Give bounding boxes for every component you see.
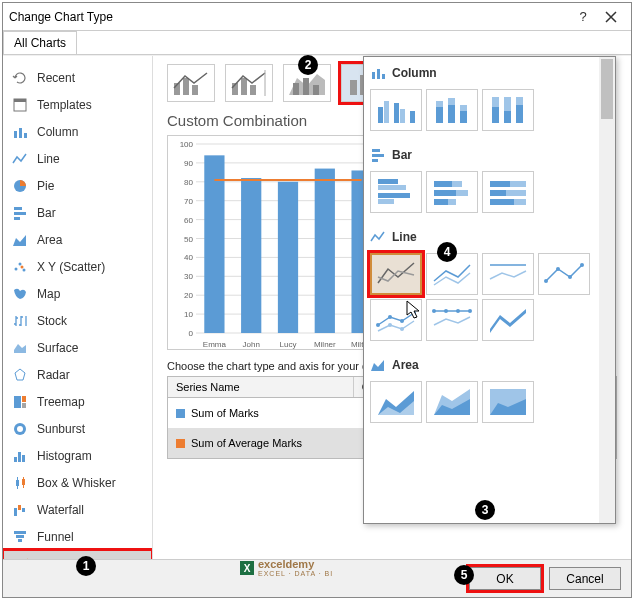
sidebar-item-sunburst[interactable]: Sunburst (3, 415, 152, 442)
histogram-icon (11, 447, 29, 465)
combo-subtype-1[interactable] (167, 64, 215, 102)
cursor-icon (406, 300, 422, 320)
sidebar-item-map[interactable]: Map (3, 280, 152, 307)
svg-point-11 (23, 268, 26, 271)
sidebar-item-label: Pie (37, 179, 54, 193)
svg-rect-8 (14, 217, 20, 220)
sidebar-item-area[interactable]: Area (3, 226, 152, 253)
svg-text:40: 40 (184, 253, 193, 262)
svg-rect-71 (315, 169, 335, 333)
chart-type-stacked-column[interactable] (426, 89, 478, 131)
svg-rect-21 (16, 480, 19, 486)
sidebar-item-line[interactable]: Line (3, 145, 152, 172)
annotation-5: 5 (454, 565, 474, 585)
sidebar-item-stock[interactable]: Stock (3, 307, 152, 334)
svg-text:10: 10 (184, 310, 193, 319)
svg-rect-36 (250, 85, 256, 95)
svg-rect-65 (204, 155, 224, 333)
scatter-icon (11, 258, 29, 276)
chart-type-line-markers[interactable] (538, 253, 590, 295)
svg-text:Milner: Milner (314, 340, 336, 349)
cancel-button[interactable]: Cancel (549, 567, 621, 590)
sidebar-item-label: Box & Whisker (37, 476, 116, 490)
svg-rect-100 (378, 193, 410, 198)
sidebar-item-box-whisker[interactable]: Box & Whisker (3, 469, 152, 496)
chart-type-stacked-bar[interactable] (426, 171, 478, 213)
svg-rect-83 (436, 107, 443, 123)
sidebar-item-histogram[interactable]: Histogram (3, 442, 152, 469)
sidebar-item-combo[interactable]: Combo (3, 550, 152, 559)
svg-rect-79 (384, 101, 389, 123)
dropdown-section-bar: Bar (364, 139, 615, 221)
section-title: Bar (370, 143, 615, 167)
sidebar-item-pie[interactable]: Pie (3, 172, 152, 199)
pie-icon (11, 177, 29, 195)
svg-rect-113 (514, 199, 526, 205)
svg-rect-38 (303, 78, 309, 95)
sidebar-item-surface[interactable]: Surface (3, 334, 152, 361)
svg-rect-102 (434, 181, 452, 187)
svg-rect-1 (14, 99, 26, 102)
section-title: Area (370, 353, 615, 377)
series-name: Sum of Marks (191, 407, 366, 419)
chart-preview: 0102030405060708090100EmmaJohnLucyMilner… (167, 135, 387, 350)
chart-type-clustered-column[interactable] (370, 89, 422, 131)
chart-type-100-stacked-line-markers[interactable] (426, 299, 478, 341)
ok-button[interactable]: OK (469, 567, 541, 590)
svg-point-120 (400, 319, 404, 323)
surface-icon (11, 339, 29, 357)
sidebar-item-label: Treemap (37, 395, 85, 409)
change-chart-type-dialog: Change Chart Type ? All Charts Recent Te… (2, 2, 632, 598)
chart-type-100-stacked-line[interactable] (482, 253, 534, 295)
chart-type-stacked-area[interactable] (426, 381, 478, 423)
sidebar-item-scatter[interactable]: X Y (Scatter) (3, 253, 152, 280)
bar-icon (11, 204, 29, 222)
svg-rect-97 (372, 159, 378, 162)
chart-type-clustered-bar[interactable] (370, 171, 422, 213)
sidebar-item-waterfall[interactable]: Waterfall (3, 496, 152, 523)
svg-rect-75 (372, 72, 375, 79)
chart-type-100-stacked-bar[interactable] (482, 171, 534, 213)
svg-point-10 (19, 262, 22, 265)
area-icon (370, 357, 386, 373)
tab-strip: All Charts (3, 31, 631, 55)
chart-type-100-stacked-column[interactable] (482, 89, 534, 131)
scrollbar-thumb[interactable] (601, 59, 613, 119)
help-button[interactable]: ? (569, 7, 597, 27)
sidebar-item-column[interactable]: Column (3, 118, 152, 145)
tab-label: All Charts (14, 36, 66, 50)
box-whisker-icon (11, 474, 29, 492)
svg-rect-13 (14, 396, 21, 408)
tab-all-charts[interactable]: All Charts (3, 31, 77, 54)
series-name: Sum of Average Marks (191, 437, 366, 449)
svg-rect-101 (378, 199, 394, 204)
svg-rect-82 (410, 111, 415, 123)
sidebar-item-recent[interactable]: Recent (3, 64, 152, 91)
combo-subtype-2[interactable] (225, 64, 273, 102)
svg-rect-18 (14, 457, 17, 462)
svg-rect-104 (434, 190, 456, 196)
sidebar-item-treemap[interactable]: Treemap (3, 388, 152, 415)
chart-type-area[interactable] (370, 381, 422, 423)
chart-type-line[interactable] (370, 253, 422, 295)
sidebar-item-templates[interactable]: Templates (3, 91, 152, 118)
sidebar-item-bar[interactable]: Bar (3, 199, 152, 226)
svg-rect-69 (278, 182, 298, 333)
sidebar-item-label: Funnel (37, 530, 74, 544)
svg-text:80: 80 (184, 178, 193, 187)
dropdown-scrollbar[interactable] (599, 57, 615, 523)
svg-rect-14 (22, 396, 26, 402)
sidebar-item-radar[interactable]: Radar (3, 361, 152, 388)
sidebar-item-label: Map (37, 287, 60, 301)
svg-point-114 (544, 279, 548, 283)
line-icon (11, 150, 29, 168)
svg-text:90: 90 (184, 159, 193, 168)
close-button[interactable] (597, 7, 625, 27)
svg-rect-103 (452, 181, 462, 187)
svg-point-126 (456, 309, 460, 313)
sidebar-item-funnel[interactable]: Funnel (3, 523, 152, 550)
chart-type-100-stacked-area[interactable] (482, 381, 534, 423)
svg-rect-106 (434, 199, 448, 205)
dropdown-section-line: Line (364, 221, 615, 349)
chart-type-3d-line[interactable] (482, 299, 534, 341)
